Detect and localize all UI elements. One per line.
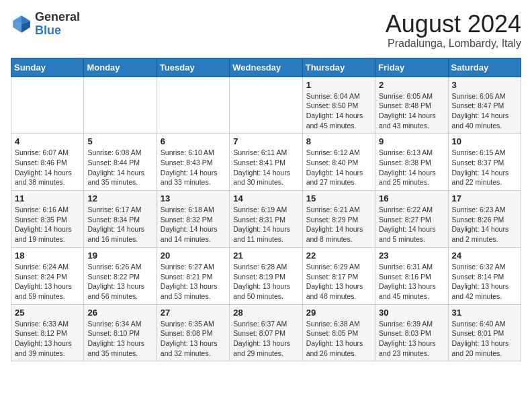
day-number: 28 xyxy=(233,308,298,318)
day-info: Sunrise: 6:08 AM Sunset: 8:44 PM Dayligh… xyxy=(87,148,152,187)
calendar-cell: 23Sunrise: 6:31 AM Sunset: 8:16 PM Dayli… xyxy=(375,247,448,304)
calendar-cell: 8Sunrise: 6:12 AM Sunset: 8:40 PM Daylig… xyxy=(302,134,375,191)
logo: General Blue xyxy=(11,11,80,38)
calendar-cell xyxy=(84,77,157,134)
page-header: General Blue August 2024 Pradalunga, Lom… xyxy=(11,11,521,50)
day-number: 15 xyxy=(306,193,371,203)
weekday-header-friday: Friday xyxy=(375,58,448,77)
weekday-header-saturday: Saturday xyxy=(448,58,521,77)
day-info: Sunrise: 6:17 AM Sunset: 8:34 PM Dayligh… xyxy=(87,205,152,244)
calendar-cell: 11Sunrise: 6:16 AM Sunset: 8:35 PM Dayli… xyxy=(11,191,84,248)
weekday-header-row: SundayMondayTuesdayWednesdayThursdayFrid… xyxy=(11,58,521,77)
calendar-table: SundayMondayTuesdayWednesdayThursdayFrid… xyxy=(11,58,521,362)
day-number: 17 xyxy=(452,193,517,203)
day-info: Sunrise: 6:21 AM Sunset: 8:29 PM Dayligh… xyxy=(306,205,371,244)
calendar-cell: 27Sunrise: 6:35 AM Sunset: 8:08 PM Dayli… xyxy=(157,304,229,361)
calendar-week-row: 25Sunrise: 6:33 AM Sunset: 8:12 PM Dayli… xyxy=(11,304,521,361)
day-info: Sunrise: 6:06 AM Sunset: 8:47 PM Dayligh… xyxy=(452,91,517,131)
calendar-cell: 10Sunrise: 6:15 AM Sunset: 8:37 PM Dayli… xyxy=(448,134,521,191)
day-number: 10 xyxy=(452,136,517,146)
calendar-cell: 21Sunrise: 6:28 AM Sunset: 8:19 PM Dayli… xyxy=(230,247,302,304)
calendar-cell: 20Sunrise: 6:27 AM Sunset: 8:21 PM Dayli… xyxy=(157,247,229,304)
day-number: 30 xyxy=(379,308,444,318)
day-info: Sunrise: 6:19 AM Sunset: 8:31 PM Dayligh… xyxy=(233,205,298,244)
calendar-cell: 17Sunrise: 6:23 AM Sunset: 8:26 PM Dayli… xyxy=(448,191,521,248)
calendar-cell: 26Sunrise: 6:34 AM Sunset: 8:10 PM Dayli… xyxy=(84,304,157,361)
calendar-cell: 3Sunrise: 6:06 AM Sunset: 8:47 PM Daylig… xyxy=(448,77,521,134)
day-number: 7 xyxy=(233,136,298,146)
day-info: Sunrise: 6:31 AM Sunset: 8:16 PM Dayligh… xyxy=(379,262,444,302)
day-number: 18 xyxy=(15,250,80,261)
calendar-cell: 9Sunrise: 6:13 AM Sunset: 8:38 PM Daylig… xyxy=(375,134,448,191)
day-info: Sunrise: 6:05 AM Sunset: 8:48 PM Dayligh… xyxy=(379,91,444,131)
location-subtitle: Pradalunga, Lombardy, Italy xyxy=(386,38,521,50)
calendar-week-row: 11Sunrise: 6:16 AM Sunset: 8:35 PM Dayli… xyxy=(11,191,521,248)
day-number: 20 xyxy=(161,250,226,261)
day-number: 25 xyxy=(15,308,80,318)
weekday-header-thursday: Thursday xyxy=(302,58,375,77)
calendar-cell: 28Sunrise: 6:37 AM Sunset: 8:07 PM Dayli… xyxy=(230,304,302,361)
day-info: Sunrise: 6:07 AM Sunset: 8:46 PM Dayligh… xyxy=(15,148,80,187)
calendar-cell: 25Sunrise: 6:33 AM Sunset: 8:12 PM Dayli… xyxy=(11,304,84,361)
day-number: 3 xyxy=(452,80,517,90)
calendar-cell: 24Sunrise: 6:32 AM Sunset: 8:14 PM Dayli… xyxy=(448,247,521,304)
day-number: 29 xyxy=(306,308,371,318)
day-info: Sunrise: 6:10 AM Sunset: 8:43 PM Dayligh… xyxy=(161,148,226,187)
calendar-cell: 6Sunrise: 6:10 AM Sunset: 8:43 PM Daylig… xyxy=(157,134,229,191)
calendar-cell: 14Sunrise: 6:19 AM Sunset: 8:31 PM Dayli… xyxy=(230,191,302,248)
day-number: 21 xyxy=(233,250,298,261)
weekday-header-tuesday: Tuesday xyxy=(157,58,229,77)
day-number: 9 xyxy=(379,136,444,146)
calendar-cell xyxy=(11,77,84,134)
day-number: 22 xyxy=(306,250,371,261)
calendar-cell: 19Sunrise: 6:26 AM Sunset: 8:22 PM Dayli… xyxy=(84,247,157,304)
day-info: Sunrise: 6:27 AM Sunset: 8:21 PM Dayligh… xyxy=(161,262,226,302)
calendar-cell: 16Sunrise: 6:22 AM Sunset: 8:27 PM Dayli… xyxy=(375,191,448,248)
day-info: Sunrise: 6:34 AM Sunset: 8:10 PM Dayligh… xyxy=(87,319,152,359)
calendar-cell: 13Sunrise: 6:18 AM Sunset: 8:32 PM Dayli… xyxy=(157,191,229,248)
calendar-week-row: 4Sunrise: 6:07 AM Sunset: 8:46 PM Daylig… xyxy=(11,134,521,191)
day-info: Sunrise: 6:40 AM Sunset: 8:01 PM Dayligh… xyxy=(452,319,517,359)
day-number: 24 xyxy=(452,250,517,261)
day-number: 4 xyxy=(15,136,80,146)
calendar-cell: 2Sunrise: 6:05 AM Sunset: 8:48 PM Daylig… xyxy=(375,77,448,134)
day-info: Sunrise: 6:37 AM Sunset: 8:07 PM Dayligh… xyxy=(233,319,298,359)
day-number: 1 xyxy=(306,80,371,90)
weekday-header-monday: Monday xyxy=(84,58,157,77)
logo-icon xyxy=(11,13,32,35)
day-info: Sunrise: 6:38 AM Sunset: 8:05 PM Dayligh… xyxy=(306,319,371,359)
calendar-cell xyxy=(230,77,302,134)
day-number: 11 xyxy=(15,193,80,203)
calendar-week-row: 18Sunrise: 6:24 AM Sunset: 8:24 PM Dayli… xyxy=(11,247,521,304)
day-number: 26 xyxy=(87,308,152,318)
day-info: Sunrise: 6:29 AM Sunset: 8:17 PM Dayligh… xyxy=(306,262,371,302)
logo-text: General Blue xyxy=(35,11,80,38)
calendar-cell: 15Sunrise: 6:21 AM Sunset: 8:29 PM Dayli… xyxy=(302,191,375,248)
day-info: Sunrise: 6:39 AM Sunset: 8:03 PM Dayligh… xyxy=(379,319,444,359)
day-info: Sunrise: 6:18 AM Sunset: 8:32 PM Dayligh… xyxy=(161,205,226,244)
day-number: 31 xyxy=(452,308,517,318)
calendar-cell: 7Sunrise: 6:11 AM Sunset: 8:41 PM Daylig… xyxy=(230,134,302,191)
calendar-cell xyxy=(157,77,229,134)
calendar-cell: 12Sunrise: 6:17 AM Sunset: 8:34 PM Dayli… xyxy=(84,191,157,248)
day-info: Sunrise: 6:28 AM Sunset: 8:19 PM Dayligh… xyxy=(233,262,298,302)
day-number: 6 xyxy=(161,136,226,146)
day-info: Sunrise: 6:11 AM Sunset: 8:41 PM Dayligh… xyxy=(233,148,298,187)
day-info: Sunrise: 6:26 AM Sunset: 8:22 PM Dayligh… xyxy=(87,262,152,302)
day-info: Sunrise: 6:35 AM Sunset: 8:08 PM Dayligh… xyxy=(161,319,226,359)
day-info: Sunrise: 6:16 AM Sunset: 8:35 PM Dayligh… xyxy=(15,205,80,244)
day-info: Sunrise: 6:32 AM Sunset: 8:14 PM Dayligh… xyxy=(452,262,517,302)
title-block: August 2024 Pradalunga, Lombardy, Italy xyxy=(386,11,521,50)
day-number: 5 xyxy=(87,136,152,146)
calendar-cell: 30Sunrise: 6:39 AM Sunset: 8:03 PM Dayli… xyxy=(375,304,448,361)
day-number: 19 xyxy=(87,250,152,261)
day-info: Sunrise: 6:24 AM Sunset: 8:24 PM Dayligh… xyxy=(15,262,80,302)
weekday-header-wednesday: Wednesday xyxy=(230,58,302,77)
day-info: Sunrise: 6:12 AM Sunset: 8:40 PM Dayligh… xyxy=(306,148,371,187)
calendar-cell: 18Sunrise: 6:24 AM Sunset: 8:24 PM Dayli… xyxy=(11,247,84,304)
calendar-cell: 31Sunrise: 6:40 AM Sunset: 8:01 PM Dayli… xyxy=(448,304,521,361)
day-number: 23 xyxy=(379,250,444,261)
weekday-header-sunday: Sunday xyxy=(11,58,84,77)
calendar-cell: 22Sunrise: 6:29 AM Sunset: 8:17 PM Dayli… xyxy=(302,247,375,304)
calendar-cell: 29Sunrise: 6:38 AM Sunset: 8:05 PM Dayli… xyxy=(302,304,375,361)
